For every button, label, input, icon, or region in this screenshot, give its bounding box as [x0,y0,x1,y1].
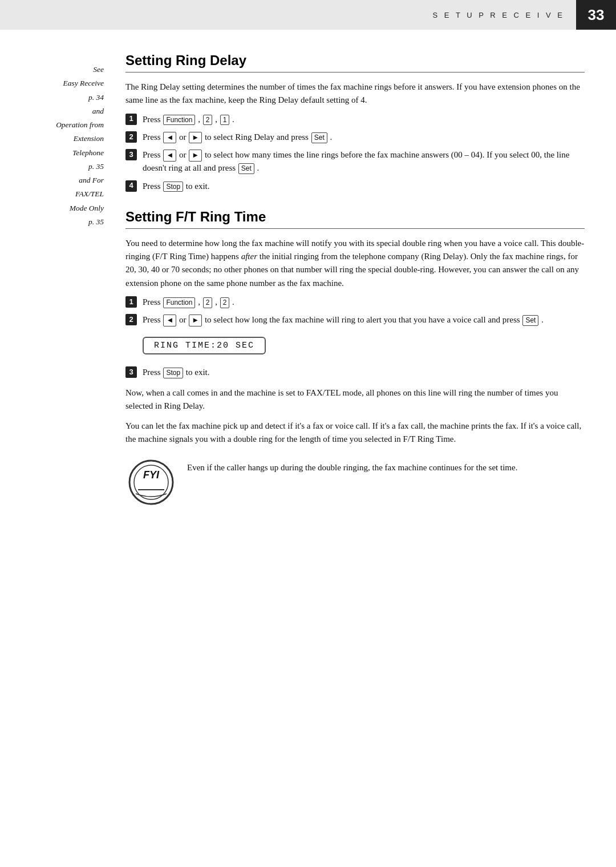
section2-title: Setting F/T Ring Time [125,209,585,225]
s2-step1-period: . [232,297,234,307]
section2-step3-list: 3 Press Stop to exit. [125,366,585,379]
s2-step3-content: Press Stop to exit. [143,366,585,379]
right-arrow-key: ► [189,132,202,143]
s2-step1-content: Press Function , 2 , 2 . [143,296,585,309]
step3-period: . [257,163,260,172]
s2-step1-comma2: , [215,297,220,307]
display-text: RING TIME:20 SEC [143,337,266,354]
step1-period: . [232,115,234,124]
section2-step1: 1 Press Function , 2 , 2 . [125,296,585,309]
section1-divider [125,72,585,72]
set-key: Set [311,132,327,143]
sidebar-and-for: and For [17,175,104,186]
fyi-icon: FYI [125,457,177,508]
set-key2: Set [238,163,254,174]
fyi-svg: FYI [125,457,177,508]
step1-content: Press Function , 2 , 1 . [143,113,585,126]
sidebar-easy-receive: Easy Receive [17,78,104,89]
step3-text: to select how many times the line rings … [143,150,569,172]
step3-press: Press [143,150,163,159]
page-body: See Easy Receive p. 34 and Operation fro… [0,30,616,867]
stop-key: Stop [163,182,183,192]
s2-key-2b: 2 [220,297,230,308]
section1-step1: 1 Press Function , 2 , 1 . [125,113,585,126]
section2-para3: You can let the fax machine pick up and … [125,420,585,446]
s2-step1-comma1: , [198,297,202,307]
s2-step2-press: Press [143,315,163,324]
sidebar-and: and [17,106,104,117]
sidebar-p34: p. 34 [17,92,104,103]
stop-key2: Stop [163,368,183,378]
main-content: Setting Ring Delay The Ring Delay settin… [114,30,616,867]
s2-step2-period: . [541,315,544,324]
page-header: S E T U P R E C E I V E 33 [0,0,616,30]
sidebar: See Easy Receive p. 34 and Operation fro… [0,30,114,867]
sidebar-faxtel: FAX/TEL [17,188,104,200]
sidebar-see: See [17,64,104,75]
s2-step3-text: to exit. [186,368,210,377]
step2-press: Press [143,132,163,142]
section1-step3: 3 Press ◄ or ► to select how many times … [125,148,585,175]
section1-step4: 4 Press Stop to exit. [125,180,585,193]
step4-content: Press Stop to exit. [143,180,585,193]
step1-comma2: , [215,115,220,124]
s2-step2-num: 2 [125,314,137,325]
section1-steps: 1 Press Function , 2 , 1 . 2 Press ◄ or [125,113,585,193]
section1-step2: 2 Press ◄ or ► to select Ring Delay and … [125,131,585,144]
page-number: 33 [576,0,616,30]
section1-title: Setting Ring Delay [125,53,585,68]
step2-content: Press ◄ or ► to select Ring Delay and pr… [143,131,585,144]
right-arrow-key3: ► [189,314,202,326]
left-arrow-key2: ◄ [163,150,176,161]
sidebar-p35: p. 35 [17,161,104,172]
step4-num: 4 [125,180,137,192]
s2-step3-press: Press [143,368,163,377]
section2-divider [125,228,585,229]
set-key3: Set [522,315,538,326]
s2-key-2a: 2 [203,297,213,308]
display-box: RING TIME:20 SEC [125,332,585,360]
step2-period: . [330,132,332,142]
left-arrow-key3: ◄ [163,314,176,326]
step1-comma1: , [198,115,202,124]
step2-num: 2 [125,131,137,143]
s2-step2-text: to select how long the fax machine will … [205,315,522,324]
sidebar-p35b: p. 35 [17,216,104,228]
sidebar-telephone: Telephone [17,147,104,159]
step4-press: Press [143,182,163,191]
right-arrow-key2: ► [189,150,202,161]
step1-num: 1 [125,114,137,125]
section2-step2: 2 Press ◄ or ► to select how long the fa… [125,313,585,326]
function-key: Function [163,115,195,126]
key-1: 1 [220,115,230,126]
s2-step1-press: Press [143,297,163,307]
step3-num: 3 [125,149,137,160]
step3-or: or [179,150,188,159]
section1-intro: The Ring Delay setting determines the nu… [125,80,585,107]
section2-step3: 3 Press Stop to exit. [125,366,585,379]
fyi-text: Even if the caller hangs up during the d… [187,461,517,474]
sidebar-extension: Extension [17,133,104,144]
left-arrow-key: ◄ [163,132,176,143]
s2-step2-content: Press ◄ or ► to select how long the fax … [143,313,585,326]
svg-point-0 [129,461,173,504]
section-label: S E T U P R E C E I V E [433,11,565,19]
key-2: 2 [203,115,213,126]
step4-text: to exit. [186,182,210,191]
step2-or: or [179,132,188,142]
section2-para2: Now, when a call comes in and the machin… [125,386,585,413]
section2-steps: 1 Press Function , 2 , 2 . 2 Press ◄ or [125,296,585,327]
svg-text:FYI: FYI [143,469,160,481]
fyi-section: FYI Even if the caller hangs up during t… [125,457,585,508]
s2-step3-num: 3 [125,366,137,378]
step1-press: Press [143,115,163,124]
sidebar-mode-only: Mode Only [17,203,104,214]
function-key2: Function [163,297,195,308]
s2-step2-or: or [179,315,188,324]
s2-step1-num: 1 [125,296,137,308]
section2-intro: You need to determine how long the fax m… [125,237,585,290]
sidebar-operation-from: Operation from [17,119,104,131]
step2-text: to select Ring Delay and press [205,132,311,142]
step3-content: Press ◄ or ► to select how many times th… [143,148,585,175]
